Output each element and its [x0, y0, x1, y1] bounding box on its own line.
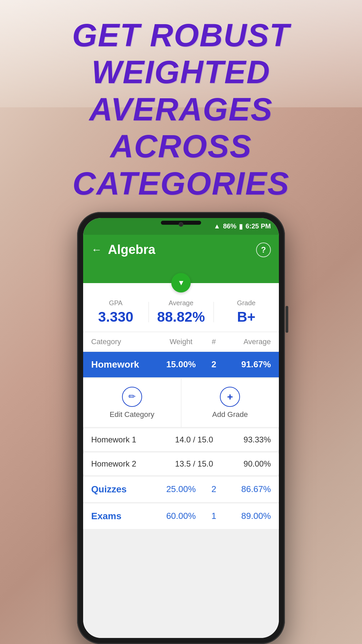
- phone-camera: [179, 222, 183, 227]
- grade-pct-1: 93.33%: [222, 435, 271, 444]
- battery-icon: ▮: [239, 222, 243, 230]
- grade-name-1: Homework 1: [91, 435, 166, 444]
- plus-icon: +: [227, 391, 233, 402]
- add-grade-button[interactable]: + Add Grade: [181, 379, 279, 427]
- grade-score-2: 13.5 / 15.0: [166, 459, 222, 469]
- phone-frame: ▲ 86% ▮ 6:25 PM ← Algebra ? ▾: [77, 212, 285, 644]
- headline: GET ROBUST WEIGHTED AVERAGES ACROSS CATE…: [0, 17, 362, 202]
- selected-category-average: 91.67%: [226, 359, 271, 370]
- selected-category-row[interactable]: Homework 15.00% 2 91.67%: [83, 352, 279, 377]
- quizzes-weight: 25.00%: [160, 484, 202, 494]
- selected-category-weight: 15.00%: [160, 359, 202, 370]
- grade-stat: Grade B+: [214, 299, 279, 325]
- gpa-value: 3.330: [83, 309, 148, 325]
- quizzes-row[interactable]: Quizzes 25.00% 2 86.67%: [83, 477, 279, 502]
- quizzes-num: 2: [202, 484, 226, 494]
- quizzes-average: 86.67%: [226, 484, 271, 494]
- actions-row: ✏ Edit Category + Add Grade: [83, 379, 279, 427]
- gpa-stat: GPA 3.330: [83, 299, 148, 325]
- grade-score-1: 14.0 / 15.0: [166, 435, 222, 444]
- headline-line1: GET ROBUST: [20, 17, 342, 54]
- add-icon-circle: +: [220, 387, 240, 407]
- dropdown-button[interactable]: ▾: [171, 273, 191, 292]
- exams-weight: 60.00%: [160, 511, 202, 521]
- add-grade-label: Add Grade: [212, 410, 248, 419]
- phone-power-button: [286, 306, 288, 333]
- content-area: Homework 15.00% 2 91.67% ✏ Edit Category: [83, 352, 279, 638]
- phone-screen: ▲ 86% ▮ 6:25 PM ← Algebra ? ▾: [83, 218, 279, 638]
- dropdown-bar: ▾: [83, 265, 279, 283]
- gpa-label: GPA: [83, 299, 148, 307]
- average-stat: Average 88.82%: [148, 299, 214, 325]
- exams-name: Exams: [91, 511, 160, 522]
- battery-text: 86%: [223, 222, 236, 230]
- app-bar: ← Algebra ?: [83, 235, 279, 265]
- status-bar-right: ▲ 86% ▮ 6:25 PM: [214, 222, 271, 230]
- edit-icon-circle: ✏: [122, 387, 142, 407]
- edit-category-button[interactable]: ✏ Edit Category: [83, 379, 181, 427]
- grade-row[interactable]: Homework 1 14.0 / 15.0 93.33%: [83, 428, 279, 451]
- chevron-down-icon: ▾: [179, 277, 183, 288]
- selected-category-name: Homework: [91, 359, 160, 370]
- clock: 6:25 PM: [245, 222, 271, 230]
- average-label: Average: [148, 299, 214, 307]
- edit-category-label: Edit Category: [110, 410, 154, 419]
- quizzes-name: Quizzes: [91, 484, 160, 495]
- grade-value: B+: [214, 309, 279, 325]
- headline-line3: ACROSS CATEGORIES: [20, 128, 342, 202]
- screen-title: Algebra: [108, 243, 256, 257]
- grade-pct-2: 90.00%: [222, 459, 271, 469]
- table-header: Category Weight # Average: [83, 332, 279, 352]
- selected-category-num: 2: [202, 359, 226, 370]
- exams-row[interactable]: Exams 60.00% 1 89.00%: [83, 503, 279, 529]
- header-category: Category: [91, 337, 160, 346]
- headline-line2: WEIGHTED AVERAGES: [20, 54, 342, 128]
- grade-row[interactable]: Homework 2 13.5 / 15.0 90.00%: [83, 452, 279, 475]
- grade-name-2: Homework 2: [91, 459, 166, 469]
- help-button[interactable]: ?: [256, 243, 271, 257]
- help-icon: ?: [261, 245, 266, 255]
- average-value: 88.82%: [148, 309, 214, 325]
- exams-num: 1: [202, 511, 226, 521]
- signal-icon: ▲: [214, 222, 221, 230]
- header-num: #: [202, 337, 226, 346]
- header-average: Average: [226, 337, 271, 346]
- back-button[interactable]: ←: [91, 244, 102, 256]
- header-weight: Weight: [160, 337, 202, 346]
- pencil-icon: ✏: [128, 391, 136, 402]
- grade-label: Grade: [214, 299, 279, 307]
- exams-average: 89.00%: [226, 511, 271, 521]
